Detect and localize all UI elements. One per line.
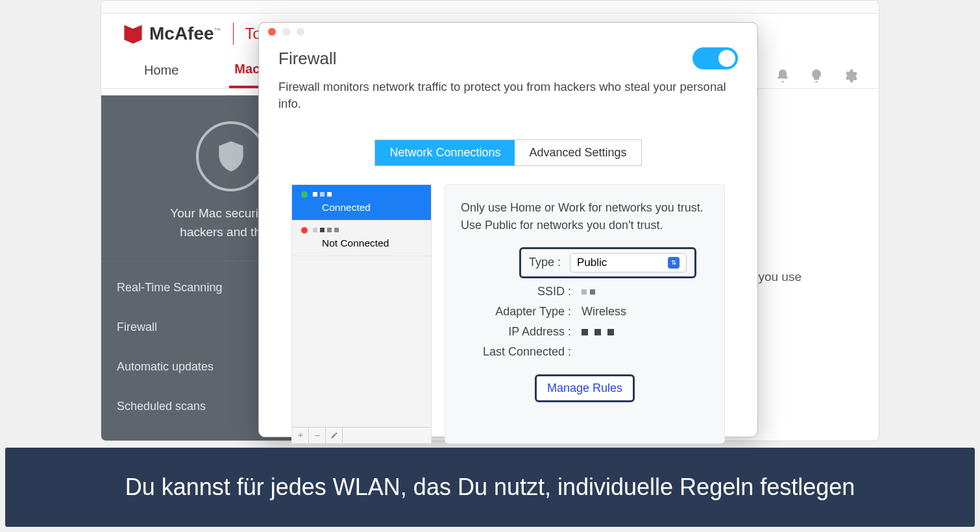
status-dot-disconnected-icon bbox=[301, 227, 308, 234]
network-detail-card: Only use Home or Work for networks you t… bbox=[445, 184, 725, 444]
firewall-segmented-control: Network Connections Advanced Settings bbox=[374, 139, 641, 166]
firewall-titlebar bbox=[259, 23, 757, 41]
type-select-value: Public bbox=[577, 256, 607, 269]
lightbulb-icon[interactable] bbox=[809, 68, 824, 86]
ip-address-value bbox=[582, 325, 614, 339]
adapter-type-label: Adapter Type : bbox=[461, 305, 571, 319]
close-icon[interactable] bbox=[268, 28, 276, 36]
gear-icon[interactable] bbox=[842, 68, 858, 86]
brand-logo: McAfee™ Total bbox=[122, 23, 278, 45]
zoom-icon[interactable] bbox=[297, 28, 304, 36]
network-trust-note: Only use Home or Work for networks you t… bbox=[461, 199, 709, 234]
network-status-label: Not Connected bbox=[301, 237, 422, 249]
seg-network-connections[interactable]: Network Connections bbox=[375, 140, 515, 165]
adapter-type-value: Wireless bbox=[582, 305, 626, 319]
main-window-titlebar bbox=[101, 1, 879, 14]
shield-icon bbox=[196, 121, 266, 191]
ssid-label: SSID : bbox=[461, 285, 571, 298]
ip-address-label: IP Address : bbox=[461, 325, 571, 339]
header-icons bbox=[775, 68, 858, 86]
network-name-redacted bbox=[313, 228, 339, 232]
type-select[interactable]: Public ⇅ bbox=[570, 253, 687, 272]
brand-name: McAfee™ bbox=[149, 23, 221, 44]
manage-rules-button[interactable]: Manage Rules bbox=[535, 374, 635, 402]
ssid-value bbox=[582, 285, 595, 298]
pencil-icon bbox=[330, 431, 338, 439]
caption-text: Du kannst für jedes WLAN, das Du nutzt, … bbox=[125, 472, 855, 503]
type-label: Type : bbox=[529, 256, 561, 269]
chevron-up-down-icon: ⇅ bbox=[668, 257, 680, 269]
network-status-label: Connected bbox=[301, 202, 422, 213]
firewall-title: Firewall bbox=[278, 49, 337, 69]
network-item-not-connected[interactable]: Not Connected bbox=[292, 221, 431, 256]
minimize-icon[interactable] bbox=[282, 28, 290, 36]
network-list: Connected Not Connected ＋ − bbox=[291, 184, 432, 444]
network-list-tools: ＋ − bbox=[292, 427, 431, 443]
bell-icon[interactable] bbox=[775, 68, 790, 86]
brand-divider bbox=[233, 23, 234, 45]
add-network-button[interactable]: ＋ bbox=[292, 428, 309, 443]
remove-network-button[interactable]: − bbox=[309, 428, 326, 443]
status-dot-connected-icon bbox=[301, 191, 308, 198]
network-name-redacted bbox=[313, 192, 332, 197]
seg-advanced-settings[interactable]: Advanced Settings bbox=[515, 140, 641, 165]
firewall-toggle[interactable] bbox=[692, 47, 738, 69]
caption-overlay: Du kannst für jedes WLAN, das Du nutzt, … bbox=[5, 448, 975, 527]
edit-network-button[interactable] bbox=[326, 428, 343, 443]
mcafee-shield-icon bbox=[122, 23, 144, 45]
firewall-description: Firewall monitors network traffic to pro… bbox=[278, 79, 738, 112]
tab-home[interactable]: Home bbox=[139, 56, 184, 87]
last-connected-label: Last Connected : bbox=[461, 345, 571, 359]
network-item-connected[interactable]: Connected bbox=[292, 185, 431, 221]
firewall-window: Firewall Firewall monitors network traff… bbox=[258, 22, 758, 437]
